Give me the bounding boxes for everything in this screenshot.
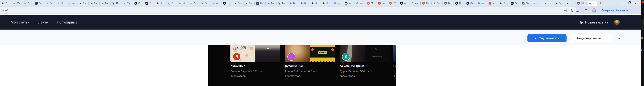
browser-tab[interactable]: ✺От (465, 0, 476, 6)
kebab-menu-icon[interactable]: ⋮ (630, 9, 632, 12)
browser-tab[interactable]: teБл (288, 0, 299, 6)
browser-tab[interactable]: Gclo (332, 0, 343, 6)
browser-tab[interactable]: ✺Ou (133, 0, 144, 6)
browser-tab[interactable]: ✺Ra (454, 0, 465, 6)
playlist-cover[interactable] (394, 45, 396, 62)
te-favicon-icon: te (190, 2, 192, 5)
editing-mode-dropdown[interactable]: Редактирование ∨ (570, 34, 612, 42)
browser-tab[interactable]: ▼Ме (55, 0, 66, 6)
browser-tab[interactable]: teБл (277, 0, 288, 6)
browser-tab[interactable]: hw (343, 0, 354, 6)
finish-update-button[interactable]: Завершить обновление ⋮ (599, 8, 634, 13)
extensions-puzzle-icon[interactable] (576, 9, 579, 11)
browser-tab[interactable]: Gub (476, 0, 487, 6)
browser-tab[interactable]: ❄WM (11, 0, 22, 6)
browser-tab[interactable]: Gxm (354, 0, 365, 6)
browser-tab[interactable]: ▦Err (144, 0, 155, 6)
restore-icon[interactable] (628, 2, 630, 4)
playlist-shelf-card: земфираЛлюбимыеЛариса Вырлан • 121 тыс.п… (208, 45, 396, 86)
minimize-icon[interactable] (622, 3, 624, 3)
browser-tab[interactable]: teБл (199, 0, 210, 6)
playlist-owner-avatar[interactable]: Л (233, 53, 241, 61)
browser-tab[interactable]: teБл (299, 0, 310, 6)
zoom-icon[interactable]: + (564, 9, 567, 11)
url-field[interactable]: otes/ + ☆ (0, 7, 576, 13)
teletype-logo[interactable] (4, 18, 4, 26)
more-options-button[interactable]: ••• (616, 34, 624, 42)
browser-tab[interactable]: ✓Со (33, 0, 44, 6)
playlist-title[interactable]: русские 90е (285, 64, 303, 68)
browser-tab[interactable]: teИс (111, 0, 122, 6)
nav-items: Мои статьи Лента Популярные (11, 15, 78, 30)
tab-close-icon[interactable]: × (593, 2, 594, 5)
browser-tab[interactable]: teИс (210, 0, 221, 6)
browser-tab[interactable]: ByBy (509, 0, 520, 6)
browser-tab[interactable]: ◦ne (487, 0, 498, 6)
browser-tab[interactable]: teБл (498, 0, 509, 6)
user-avatar[interactable] (614, 20, 620, 25)
url-text[interactable]: otes/ (2, 9, 8, 11)
playlist-owner-avatar[interactable]: Д (342, 53, 350, 61)
browser-tab[interactable]: teБл (100, 0, 111, 6)
browser-tab[interactable]: teАп (188, 0, 199, 6)
new-note-button[interactable]: ⊕ Новая заметка (580, 20, 608, 24)
browser-tab[interactable]: ☺Но (376, 0, 387, 6)
nav-item-my-articles[interactable]: Мои статьи (11, 20, 30, 24)
playlist-owner-avatar[interactable]: L (287, 53, 296, 61)
browser-tab[interactable]: teБл (166, 0, 177, 6)
browser-tab[interactable]: teБл (88, 0, 100, 6)
browser-tab[interactable]: MВх (44, 0, 55, 6)
tab-label: WM (16, 2, 20, 4)
tab-label: Во (6, 2, 8, 4)
browser-profile-avatar[interactable] (592, 8, 596, 12)
browser-tab[interactable]: tecds (531, 0, 542, 6)
browser-tab[interactable]: teБл (266, 0, 277, 6)
browser-tab[interactable]: XСо (420, 0, 432, 6)
browser-tab[interactable]: teБл (553, 0, 564, 6)
new-tab-button[interactable]: + (598, 1, 603, 6)
browser-tab[interactable]: PSinc (66, 0, 78, 6)
tab-label: xm (415, 2, 418, 4)
browser-tab[interactable]: teБл (244, 0, 254, 6)
browser-tab[interactable]: teccc (564, 0, 576, 6)
xen-favicon-icon: X (367, 2, 370, 5)
browser-tab[interactable]: teБл (232, 0, 244, 6)
browser-tab[interactable]: XAP (365, 0, 376, 6)
te-favicon-icon: te (234, 2, 237, 5)
browser-tab[interactable]: tecdo (542, 0, 553, 6)
browser-tab[interactable]: XНТ (387, 0, 398, 6)
playlist-title[interactable]: любимые (230, 64, 245, 68)
browser-tab[interactable]: ⊕Ad (576, 0, 586, 6)
browser-tab[interactable]: tecd (177, 0, 188, 6)
browser-tab[interactable]: teБл (155, 0, 166, 6)
browser-tab[interactable]: ✺Ук (398, 0, 410, 6)
browser-tab[interactable]: ⊕Dn (443, 0, 454, 6)
playlist-meta: И (394, 70, 395, 73)
browser-tab[interactable]: teВо (22, 0, 33, 6)
close-icon[interactable]: × (635, 2, 636, 5)
browser-tab[interactable]: ✳Tro (122, 0, 133, 6)
browser-tab[interactable]: Gxm (410, 0, 420, 6)
browser-tab[interactable]: ✳Tro (432, 0, 443, 6)
browser-tab[interactable]: teБл (78, 0, 88, 6)
publish-button[interactable]: ✔ Опубликовать (528, 34, 566, 42)
te-favicon-icon: te (289, 2, 292, 5)
playlist-title[interactable]: Ахуевшие треки (340, 64, 364, 68)
extension-person-icon[interactable] (570, 9, 573, 11)
playlist-queue-icon[interactable]: ♪ (586, 9, 588, 11)
active-tab[interactable]: te × (586, 1, 597, 6)
tab-label: as_ (227, 2, 230, 4)
playlist-title[interactable]: В (394, 64, 396, 68)
nav-item-popular[interactable]: Популярные (57, 20, 78, 24)
browser-tab[interactable]: ✺as_ (221, 0, 232, 6)
browser-tab[interactable]: ✓Со (254, 0, 266, 6)
browser-tab[interactable]: ⊕Dig (520, 0, 531, 6)
browser-tab[interactable]: teБл (321, 0, 332, 6)
ps-favicon-icon: PS (68, 2, 71, 5)
cover-caption: земфира (232, 45, 250, 51)
browser-tab[interactable]: teБл (310, 0, 321, 6)
nav-item-feed[interactable]: Лента (38, 20, 48, 24)
browser-tab[interactable]: teВо (0, 0, 11, 6)
openai-favicon-icon: ✺ (223, 2, 226, 5)
asterisk-favicon-icon: ✳ (123, 2, 126, 5)
